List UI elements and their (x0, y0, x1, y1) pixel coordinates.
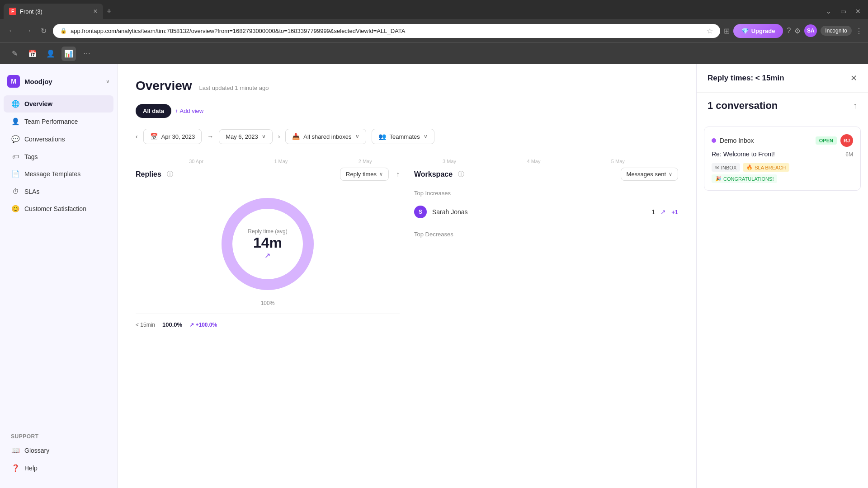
app-icons-bar: ✎ 📅 👤 📊 ⋯ (0, 42, 868, 64)
sidebar-item-label: Conversations (24, 136, 65, 143)
extensions-icon[interactable]: ⊞ (724, 27, 730, 35)
conversations-icon: 💬 (11, 135, 20, 143)
last-updated-text: Last updated 1 minute ago (199, 84, 269, 91)
sla-breach-tag: 🔥 SLA BREACH (743, 163, 789, 172)
menu-icon[interactable]: ⋮ (855, 27, 863, 35)
reload-button[interactable]: ↻ (38, 25, 49, 37)
teammates-filter-text: Teammates (390, 133, 420, 140)
right-panel-close-button[interactable]: ✕ (850, 73, 857, 83)
congratulations-tag: 🎉 CONGRATULATIONS! (712, 174, 777, 183)
customer-satisfaction-icon: 😊 (11, 205, 20, 213)
breakdown-change-item: ↗ +100.0% (189, 322, 217, 328)
date-arrow-icon: → (207, 133, 213, 140)
browser-tab-active[interactable]: F Front (3) ✕ (4, 4, 103, 19)
more-icon: ⋯ (83, 49, 90, 58)
top-decreases-label: Top Decreases (414, 231, 678, 238)
reply-times-selector[interactable]: Reply times ∨ (340, 168, 389, 181)
contacts-icon: 👤 (46, 49, 55, 58)
inbox-filter-chevron-icon: ∨ (355, 133, 359, 140)
app-icon-compose[interactable]: ✎ (7, 47, 22, 61)
replies-breakdown: < 15min 100.0% ↗ +100.0% (136, 314, 400, 328)
date-from-text: Apr 30, 2023 (161, 133, 195, 140)
calendar-icon: 📅 (28, 49, 37, 58)
incognito-button[interactable]: Incognito (821, 26, 852, 36)
browser-toolbar: ← → ↻ 🔒 app.frontapp.com/analytics/team/… (0, 19, 868, 42)
sidebar-item-overview[interactable]: 🌐 Overview (4, 95, 113, 113)
app-icon-contacts[interactable]: 👤 (43, 47, 58, 61)
date-from-filter[interactable]: 📅 Apr 30, 2023 (143, 129, 202, 144)
app-icon-analytics[interactable]: 📊 (61, 47, 76, 61)
tab-close-button[interactable]: ✕ (93, 8, 98, 14)
slas-icon: ⏱ (11, 188, 20, 195)
workspace-chevron-icon: ∨ (106, 78, 110, 84)
sidebar-item-slas[interactable]: ⏱ SLAs (4, 183, 113, 200)
overview-panel: Overview Last updated 1 minute ago All d… (118, 64, 696, 488)
inbox-dot (712, 138, 716, 143)
inbox-filter-icon: 📥 (292, 133, 300, 140)
replies-export-icon[interactable]: ↑ (396, 170, 400, 178)
conversation-tags: ✉ INBOX 🔥 SLA BREACH 🎉 CONGRATULATIONS! (712, 163, 853, 183)
inbox-filter-text: All shared inboxes (303, 133, 351, 140)
reply-times-chevron-icon: ∨ (379, 171, 383, 177)
tab-all-data[interactable]: All data (136, 104, 171, 118)
sarah-jonas-arrow-icon[interactable]: ↗ (660, 208, 666, 216)
inbox-filter[interactable]: 📥 All shared inboxes ∨ (285, 129, 366, 144)
right-panel-title: Reply times: < 15min (708, 74, 784, 83)
inbox-tag-icon: ✉ (715, 164, 719, 170)
messages-sent-selector[interactable]: Messages sent ∨ (621, 168, 678, 181)
breakdown-value: 100.0% (162, 321, 182, 328)
date-next-button[interactable]: › (278, 133, 280, 140)
sidebar-item-help[interactable]: ❓ Help (4, 460, 113, 477)
workspace-header[interactable]: M Moodjoy ∨ (0, 71, 117, 95)
help-icon[interactable]: ? (787, 27, 791, 35)
sidebar-item-customer-satisfaction[interactable]: 😊 Customer Satisfaction (4, 200, 113, 217)
sla-breach-icon: 🔥 (746, 164, 753, 170)
sidebar-item-team-performance[interactable]: 👤 Team Performance (4, 113, 113, 130)
upgrade-button[interactable]: 💎 Upgrade (733, 24, 783, 38)
teammates-filter[interactable]: 👥 Teammates ∨ (372, 129, 434, 144)
workspace-info-icon[interactable]: ⓘ (458, 170, 464, 178)
app-icon-calendar[interactable]: 📅 (25, 47, 40, 61)
settings-icon[interactable]: ⚙ (794, 27, 801, 35)
app-icon-more[interactable]: ⋯ (80, 47, 94, 61)
analytics-icon: 📊 (64, 49, 73, 58)
add-view-button[interactable]: + Add view (175, 108, 203, 114)
sidebar-item-label: Help (24, 465, 38, 472)
conversation-card[interactable]: Demo Inbox OPEN RJ Re: Welcome to Front!… (704, 127, 861, 191)
profile-avatar[interactable]: SA (804, 24, 817, 37)
date-prev-button[interactable]: ‹ (136, 133, 138, 140)
minimize-button[interactable]: ⌄ (822, 6, 835, 17)
conversation-subject: Re: Welcome to Front! (712, 150, 775, 158)
close-window-button[interactable]: ✕ (852, 6, 864, 17)
replies-card: Replies ⓘ Reply times ∨ ↑ (136, 168, 400, 328)
conversation-export-icon[interactable]: ↑ (853, 101, 857, 111)
bookmark-icon[interactable]: ☆ (707, 27, 713, 35)
donut-center-label: Reply time (avg) (248, 228, 287, 235)
date-label-3: 3 May (443, 159, 456, 164)
sidebar-item-conversations[interactable]: 💬 Conversations (4, 131, 113, 148)
address-bar[interactable]: 🔒 app.frontapp.com/analytics/team/tim:78… (53, 24, 720, 38)
date-label-1: 1 May (274, 159, 288, 164)
glossary-icon: 📖 (11, 446, 20, 455)
toolbar-icons: ⊞ 💎 Upgrade ? ⚙ SA Incognito ⋮ (724, 24, 863, 38)
overview-icon: 🌐 (11, 100, 20, 108)
workspace-card-header: Workspace ⓘ Messages sent ∨ (414, 168, 678, 181)
sidebar-item-label: Overview (24, 100, 52, 108)
sarah-jonas-change: +1 (671, 209, 678, 216)
right-panel: Reply times: < 15min ✕ 1 conversation ↑ … (696, 64, 868, 488)
forward-button[interactable]: → (22, 25, 34, 37)
date-label-4: 4 May (527, 159, 540, 164)
support-section-label: Support (0, 430, 117, 441)
teammates-filter-chevron-icon: ∨ (424, 133, 428, 140)
restore-button[interactable]: ▭ (837, 6, 850, 17)
sidebar-item-label: Team Performance (24, 118, 78, 125)
new-tab-button[interactable]: + (103, 5, 115, 18)
sidebar-item-message-templates[interactable]: 📄 Message Templates (4, 165, 113, 183)
back-button[interactable]: ← (5, 25, 18, 37)
date-to-filter[interactable]: May 6, 2023 ∨ (219, 129, 273, 144)
upgrade-icon: 💎 (741, 28, 749, 34)
sidebar-item-tags[interactable]: 🏷 Tags (4, 148, 113, 165)
overview-header: Overview Last updated 1 minute ago (136, 79, 678, 93)
replies-info-icon[interactable]: ⓘ (167, 170, 173, 178)
sidebar-item-glossary[interactable]: 📖 Glossary (4, 442, 113, 459)
